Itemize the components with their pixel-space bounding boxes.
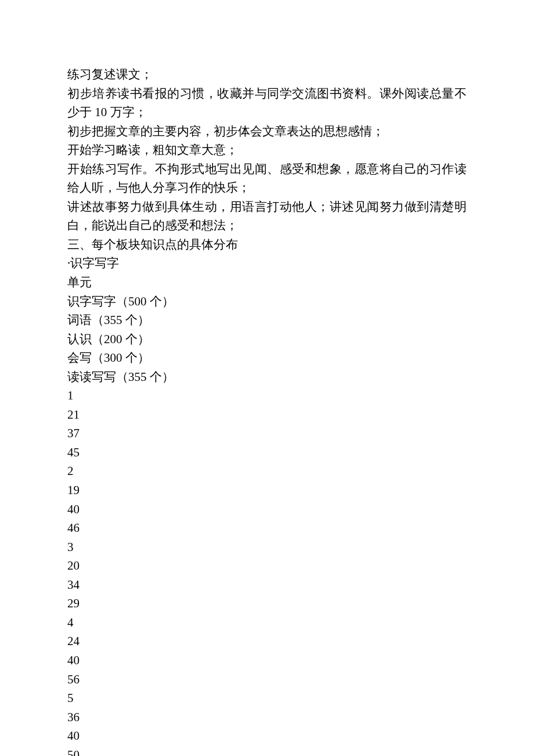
subsection-heading: ·识字写字 (67, 254, 467, 273)
text-line: 40 (67, 726, 467, 746)
text-line: 识字写字（500 个） (67, 292, 467, 311)
text-line: 24 (67, 632, 467, 651)
text-line: 40 (67, 651, 467, 670)
text-line: 单元 (67, 273, 467, 292)
text-line: 37 (67, 424, 467, 443)
text-line: 开始练习写作。不拘形式地写出见闻、感受和想象，愿意将自己的习作读给人听，与他人分… (67, 160, 467, 197)
text-line: 3 (67, 538, 467, 557)
text-line: 练习复述课文； (67, 65, 467, 84)
text-line: 5 (67, 689, 467, 708)
text-line: 19 (67, 481, 467, 500)
text-line: 会写（300 个） (67, 348, 467, 368)
text-line: 36 (67, 708, 467, 727)
document-body: 练习复述课文； 初步培养读书看报的习惯，收藏并与同学交流图书资料。课外阅读总量不… (67, 65, 467, 756)
section-heading: 三、每个板块知识点的具体分布 (67, 235, 467, 254)
text-line: 20 (67, 556, 467, 575)
text-line: 46 (67, 519, 467, 538)
text-line: 4 (67, 613, 467, 632)
text-line: 开始学习略读，粗知文章大意； (67, 141, 467, 160)
text-line: 45 (67, 443, 467, 462)
text-line: 40 (67, 500, 467, 519)
text-line: 2 (67, 462, 467, 481)
text-line: 初步把握文章的主要内容，初步体会文章表达的思想感情； (67, 122, 467, 141)
text-line: 读读写写（355 个） (67, 368, 467, 387)
text-line: 1 (67, 386, 467, 405)
text-line: 认识（200 个） (67, 330, 467, 349)
text-line: 词语（355 个） (67, 311, 467, 330)
text-line: 29 (67, 594, 467, 613)
text-line: 34 (67, 575, 467, 595)
text-line: 讲述故事努力做到具体生动，用语言打动他人；讲述见闻努力做到清楚明白，能说出自己的… (67, 197, 467, 235)
text-line: 50 (67, 746, 467, 756)
text-line: 初步培养读书看报的习惯，收藏并与同学交流图书资料。课外阅读总量不少于 10 万字… (67, 84, 467, 122)
text-line: 21 (67, 405, 467, 424)
text-line: 56 (67, 670, 467, 689)
